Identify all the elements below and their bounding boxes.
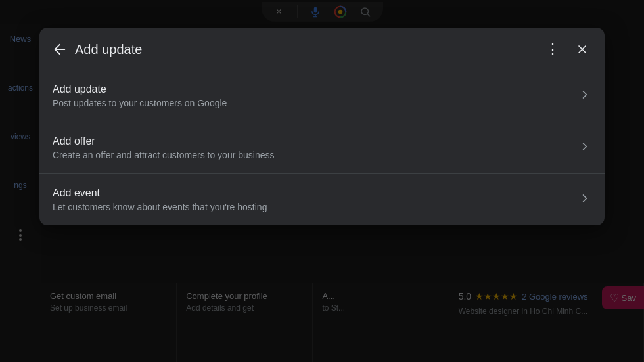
menu-item-add-update-desc: Post updates to your customers on Google: [53, 98, 578, 108]
menu-item-add-offer[interactable]: Add offer Create an offer and attract cu…: [39, 122, 605, 173]
modal-title: Add update: [75, 42, 532, 57]
back-button[interactable]: [53, 42, 67, 57]
menu-item-add-event-desc: Let customers know about events that you…: [53, 202, 578, 212]
menu-item-add-event-title: Add event: [53, 187, 578, 199]
menu-item-add-offer-title: Add offer: [53, 135, 578, 147]
menu-item-add-event[interactable]: Add event Let customers know about event…: [39, 173, 605, 225]
menu-item-add-update-content: Add update Post updates to your customer…: [53, 83, 578, 108]
chevron-right-icon-2: [578, 140, 591, 156]
modal-header: Add update ⋮: [39, 28, 605, 70]
more-options-button[interactable]: ⋮: [540, 39, 565, 59]
add-update-modal: Add update ⋮ Add update Post updates to …: [39, 28, 605, 225]
menu-item-add-offer-desc: Create an offer and attract customers to…: [53, 150, 578, 160]
menu-item-add-update-title: Add update: [53, 83, 578, 95]
chevron-right-icon-1: [578, 88, 591, 104]
modal-backdrop: Add update ⋮ Add update Post updates to …: [0, 0, 644, 362]
menu-item-add-offer-content: Add offer Create an offer and attract cu…: [53, 135, 578, 160]
close-modal-button[interactable]: [573, 40, 591, 58]
menu-item-add-event-content: Add event Let customers know about event…: [53, 187, 578, 212]
chevron-right-icon-3: [578, 192, 591, 208]
modal-body: Add update Post updates to your customer…: [39, 70, 605, 225]
menu-item-add-update[interactable]: Add update Post updates to your customer…: [39, 70, 605, 122]
